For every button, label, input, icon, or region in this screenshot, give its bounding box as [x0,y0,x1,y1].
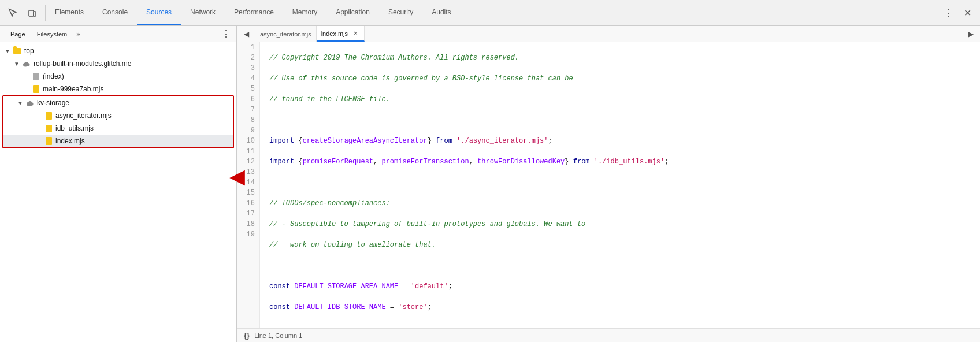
code-line-1: // Copyright 2019 The Chromium Authors. … [269,53,971,63]
ln-3: 3 [242,63,255,73]
file-tree: ▼ top ▼ rollup-built-in-modules.glitch.m… [0,42,236,342]
tree-label-idb-utils: idb_utils.mjs [55,124,233,132]
tab-filesystem[interactable]: Filesystem [31,26,73,42]
code-line-2: // Use of this source code is governed b… [269,73,971,84]
code-lines: 1 2 3 4 5 6 7 8 9 10 11 12 13 14 15 16 1 [237,42,980,328]
tree-label-async-iterator: async_iterator.mjs [55,111,233,120]
tree-item-index-root[interactable]: ▶ (index) [0,70,236,83]
file-icon-index-mjs [44,136,53,146]
close-devtools-icon[interactable]: ✕ [959,5,975,21]
more-options-icon[interactable]: ⋮ [941,5,957,21]
nav-tabs: Elements Console Sources Network Perform… [46,0,461,25]
main-content: Page Filesystem » ⋮ ▼ top ▼ [0,26,980,342]
ln-12: 12 [242,157,255,167]
tree-label-domain: rollup-built-in-modules.glitch.me [34,60,236,68]
ln-19: 19 [242,229,255,240]
device-toggle-icon[interactable] [24,5,40,21]
collapse-panel-icon[interactable]: ▶ [964,27,978,41]
ln-8: 8 [242,115,255,125]
tree-item-kv-storage[interactable]: ▼ kv-storage [3,96,233,109]
code-line-7 [269,177,971,188]
code-line-8: // TODOs/spec-noncompliances: [269,198,971,209]
tree-item-top[interactable]: ▼ top [0,44,236,57]
ln-10: 10 [242,136,255,146]
toolbar-icons [0,5,46,21]
ln-6: 6 [242,94,255,105]
editor-tab-async-iterator[interactable]: async_iterator.mjs [255,26,317,42]
red-arrow-icon: ◀ [230,168,244,186]
tab-application[interactable]: Application [326,0,379,25]
code-line-5: import {createStorageAreaAsyncIterator} … [269,136,971,146]
code-line-12: const DEFAULT_STORAGE_AREA_NAME = 'defau… [269,281,971,292]
code-line-14 [269,323,971,328]
code-line-10: // work on tooling to ameliorate that. [269,240,971,250]
ln-2: 2 [242,53,255,63]
svg-point-4 [25,62,28,65]
left-panel: Page Filesystem » ⋮ ▼ top ▼ [0,26,237,342]
status-bar: {} Line 1, Column 1 [237,328,980,342]
status-braces-icon: {} [244,331,250,340]
tree-label-index-mjs: index.mjs [55,137,233,145]
tab-memory[interactable]: Memory [283,0,326,25]
file-icon-index-root [31,72,40,81]
tab-more[interactable]: » [73,30,84,38]
tab-sources[interactable]: Sources [137,0,181,25]
editor-tab-label-async-iterator: async_iterator.mjs [260,31,311,38]
tab-performance[interactable]: Performance [225,0,283,25]
toolbar: Elements Console Sources Network Perform… [0,0,980,26]
tree-label-main-mjs: main-999ea7ab.mjs [43,85,236,93]
tree-label-kv-storage: kv-storage [37,99,233,107]
cloud-icon-kv-storage [25,98,35,107]
file-icon-idb-utils [44,124,53,133]
status-position: Line 1, Column 1 [254,332,302,339]
code-line-9: // - Susceptible to tampering of built-i… [269,219,971,229]
editor-tabs: ◀ async_iterator.mjs index.mjs ✕ ▶ [237,26,980,42]
folder-icon-top [13,46,22,55]
select-element-icon[interactable] [5,5,21,21]
editor-tab-label-index-mjs: index.mjs [321,30,348,37]
ln-17: 17 [242,209,255,219]
tree-arrow-domain: ▼ [14,61,22,67]
tree-arrow-top: ▼ [5,48,13,54]
svg-rect-1 [34,12,36,16]
ln-15: 15 [242,188,255,198]
ln-9: 9 [242,125,255,136]
tab-console[interactable]: Console [93,0,137,25]
tree-item-domain[interactable]: ▼ rollup-built-in-modules.glitch.me [0,57,236,70]
tree-label-index-root: (index) [43,72,236,80]
ln-5: 5 [242,84,255,94]
right-panel: ◀ async_iterator.mjs index.mjs ✕ ▶ 1 2 3… [237,26,980,342]
tab-elements[interactable]: Elements [46,0,93,25]
tab-network[interactable]: Network [181,0,225,25]
tree-item-idb-utils[interactable]: ▶ idb_utils.mjs [3,122,233,135]
kv-storage-section: ▼ kv-storage ▶ [2,95,234,148]
ln-1: 1 [242,42,255,53]
tab-page[interactable]: Page [5,26,31,42]
ln-4: 4 [242,73,255,84]
left-panel-menu-icon[interactable]: ⋮ [220,28,232,40]
code-line-6: import {promiseForRequest, promiseForTra… [269,157,971,167]
cloud-icon-domain [22,59,31,68]
tab-audits[interactable]: Audits [422,0,460,25]
tree-item-main-mjs[interactable]: ▶ main-999ea7ab.mjs [0,83,236,95]
close-tab-icon[interactable]: ✕ [351,29,359,38]
back-navigation-icon[interactable]: ◀ [239,27,253,41]
code-editor[interactable]: 1 2 3 4 5 6 7 8 9 10 11 12 13 14 15 16 1 [237,42,980,328]
left-panel-header: Page Filesystem » ⋮ [0,26,236,42]
ln-7: 7 [242,105,255,115]
tab-security[interactable]: Security [379,0,422,25]
code-line-13: const DEFAULT_IDB_STORE_NAME = 'store'; [269,302,971,313]
tree-arrow-kv-storage: ▼ [17,100,25,106]
file-icon-async-iterator [44,111,53,120]
ln-18: 18 [242,219,255,229]
svg-point-7 [28,101,32,105]
tree-item-async-iterator[interactable]: ▶ async_iterator.mjs [3,109,233,122]
code-line-4 [269,115,971,125]
code-line-11 [269,261,971,271]
ln-11: 11 [242,146,255,157]
tree-item-index-mjs[interactable]: ▶ index.mjs [3,135,233,147]
file-icon-main-mjs [31,84,40,94]
editor-tab-index-mjs[interactable]: index.mjs ✕ [317,26,365,42]
ln-16: 16 [242,198,255,209]
svg-rect-0 [29,10,34,16]
